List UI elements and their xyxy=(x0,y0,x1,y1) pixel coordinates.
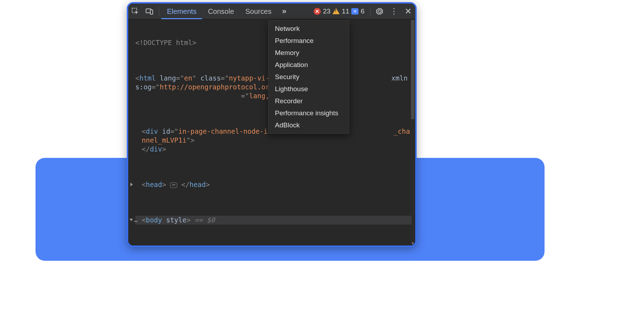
warning-count: 11 xyxy=(342,7,349,15)
tab-console[interactable]: Console xyxy=(202,4,239,19)
toolbar-separator xyxy=(159,7,159,16)
issue-counts[interactable]: ✕ 23 11 ≡ 6 xyxy=(314,7,364,15)
devtools-toolbar: Elements Console Sources » ✕ 23 11 ≡ 6 ⋮… xyxy=(128,4,415,19)
devtools-window: Elements Console Sources » ✕ 23 11 ≡ 6 ⋮… xyxy=(127,2,417,247)
overflow-tabs-menu: Network Performance Memory Application S… xyxy=(268,20,349,134)
menu-item-network[interactable]: Network xyxy=(269,23,349,35)
menu-item-adblock[interactable]: AdBlock xyxy=(269,119,349,131)
tab-elements[interactable]: Elements xyxy=(161,4,202,19)
info-icon: ≡ xyxy=(351,8,358,15)
warning-icon xyxy=(332,8,340,14)
inspect-element-icon[interactable] xyxy=(128,4,142,19)
menu-item-memory[interactable]: Memory xyxy=(269,47,349,59)
tab-sources[interactable]: Sources xyxy=(240,4,277,19)
expand-icon[interactable] xyxy=(130,183,133,186)
close-icon[interactable]: ✕ xyxy=(401,4,415,19)
scroll-down-icon[interactable]: ▼ xyxy=(410,241,415,246)
scrollbar-thumb[interactable] xyxy=(411,20,415,119)
svg-rect-2 xyxy=(150,10,153,14)
menu-item-lighthouse[interactable]: Lighthouse xyxy=(269,83,349,95)
device-toggle-icon[interactable] xyxy=(142,4,157,19)
menu-item-performance[interactable]: Performance xyxy=(269,35,349,47)
panel-tabs: Elements Console Sources xyxy=(161,4,277,19)
error-count: 23 xyxy=(323,7,330,15)
menu-item-recorder[interactable]: Recorder xyxy=(269,95,349,107)
kebab-menu-icon[interactable]: ⋮ xyxy=(387,4,401,19)
ellipsis-icon[interactable]: ⋯ xyxy=(170,182,177,188)
collapse-icon[interactable] xyxy=(130,219,133,221)
more-tabs-icon[interactable]: » xyxy=(277,4,291,19)
settings-icon[interactable] xyxy=(373,4,387,19)
dom-node-selected[interactable]: ⋯<body style> == $0 xyxy=(135,216,412,225)
dom-node[interactable]: <head> ⋯ </head> xyxy=(135,180,412,189)
menu-item-security[interactable]: Security xyxy=(269,71,349,83)
selection-marker-icon: ⋯ xyxy=(134,217,137,226)
menu-item-application[interactable]: Application xyxy=(269,59,349,71)
error-icon: ✕ xyxy=(314,8,321,15)
menu-item-performance-insights[interactable]: Performance insights xyxy=(269,107,349,119)
toolbar-separator xyxy=(370,7,370,16)
info-count: 6 xyxy=(361,7,364,15)
